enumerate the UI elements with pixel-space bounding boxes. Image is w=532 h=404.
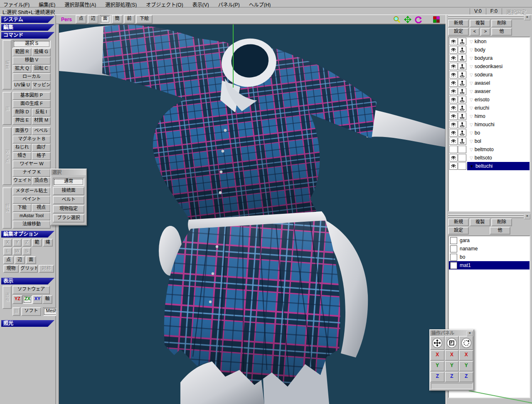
chevron-down-icon[interactable]: [470, 130, 473, 136]
material-row[interactable]: bo: [449, 253, 530, 261]
opt-z-toggle[interactable]: Z: [22, 239, 31, 247]
cmd-invert-button[interactable]: 反転 I: [32, 108, 51, 117]
object-name[interactable]: sodeorikaesi: [467, 62, 530, 71]
object-settings-button[interactable]: 設定: [448, 28, 469, 36]
front-display-button[interactable]: 前: [124, 15, 135, 24]
tab-edit-tools[interactable]: 編集: [2, 40, 12, 90]
visibility-toggle[interactable]: [449, 162, 458, 170]
simple-display-button[interactable]: 簡: [112, 15, 123, 24]
lock-toggle[interactable]: [458, 71, 466, 78]
chevron-down-icon[interactable]: [470, 155, 473, 161]
object-row[interactable]: himouchi: [449, 120, 530, 129]
cmd-magnet-button[interactable]: マグネット B: [12, 135, 51, 144]
object-name[interactable]: eriuchi: [467, 104, 530, 112]
visibility-toggle[interactable]: [449, 71, 458, 78]
cmd-mastar-button[interactable]: mAstar Tool: [12, 212, 51, 220]
visibility-toggle[interactable]: [449, 79, 458, 87]
material-delete-button[interactable]: 削除: [491, 218, 512, 226]
cmd-normalmove-button[interactable]: 法線移動: [12, 220, 51, 229]
move-x-button[interactable]: X: [430, 350, 445, 361]
lock-toggle[interactable]: [458, 88, 466, 95]
face-display-button[interactable]: 面: [100, 15, 111, 24]
menu-panel[interactable]: パネル(P): [218, 1, 240, 7]
display-axis-button[interactable]: 軸: [42, 295, 52, 304]
chevron-down-icon[interactable]: [470, 113, 473, 119]
opt-symmetry-toggle[interactable]: 対称: [39, 265, 54, 273]
rotate-tool-button[interactable]: [459, 336, 473, 350]
chevron-down-icon[interactable]: [470, 163, 474, 169]
opt-vertex-toggle[interactable]: 点: [3, 256, 14, 264]
menu-selection-attr[interactable]: 選択部属性(A): [64, 1, 96, 7]
material-settings-button[interactable]: 設定: [448, 227, 469, 235]
cmd-faceedge-button[interactable]: 面張り: [12, 127, 32, 135]
lock-toggle[interactable]: [458, 54, 466, 62]
cmd-wire-button[interactable]: ワイヤー W: [12, 160, 51, 169]
selection-lock[interactable]: 選択固定: [502, 8, 530, 15]
view-mode-label[interactable]: Pers: [61, 17, 72, 22]
opt-x-toggle[interactable]: X: [3, 239, 12, 247]
material-row[interactable]: gara: [449, 236, 530, 245]
object-next-button[interactable]: >: [480, 28, 490, 36]
chevron-down-icon[interactable]: [470, 105, 473, 111]
cmd-bend-button[interactable]: 曲げ: [32, 144, 51, 152]
lock-toggle[interactable]: [458, 38, 466, 45]
display-soft-button[interactable]: ソフト: [21, 307, 41, 316]
display-yz-button[interactable]: YZ: [12, 295, 22, 304]
object-row[interactable]: beltuchi: [449, 162, 530, 170]
menu-selection-proc[interactable]: 選択部処理(S): [105, 1, 137, 7]
material-row[interactable]: mat1: [449, 261, 530, 269]
object-row[interactable]: erisoto: [449, 95, 530, 104]
visibility-toggle[interactable]: [449, 88, 458, 95]
wire-lines-icon[interactable]: |||: [12, 307, 20, 316]
material-row[interactable]: naname: [449, 245, 530, 253]
chevron-down-icon[interactable]: [470, 97, 473, 103]
object-row[interactable]: kihon: [449, 37, 530, 46]
object-name[interactable]: bol: [467, 137, 530, 145]
object-name[interactable]: bo: [467, 129, 530, 137]
cmd-material-button[interactable]: 材質 M: [32, 117, 51, 125]
opt-range-toggle[interactable]: 範: [32, 239, 42, 247]
object-name[interactable]: beltuchi: [467, 162, 530, 170]
visibility-toggle[interactable]: [449, 63, 458, 70]
chevron-down-icon[interactable]: [470, 80, 473, 86]
select-normal-button[interactable]: 通常: [53, 178, 84, 186]
lock-toggle[interactable]: [458, 63, 466, 70]
chevron-down-icon[interactable]: [470, 88, 473, 94]
menu-help[interactable]: ヘルプ(H): [249, 1, 271, 7]
cmd-delete-button[interactable]: 削除 D: [12, 108, 32, 117]
visibility-toggle[interactable]: [449, 104, 458, 112]
object-row[interactable]: beltmoto: [449, 145, 530, 154]
lock-toggle[interactable]: [458, 104, 466, 112]
cmd-viewpoint-button[interactable]: 視点: [32, 204, 51, 212]
rotate-y-button[interactable]: Y: [459, 361, 473, 372]
cmd-lattice-button[interactable]: 格子: [32, 152, 51, 160]
lock-toggle[interactable]: [458, 162, 466, 170]
object-name[interactable]: awaser: [467, 87, 530, 95]
object-row[interactable]: sodeorikaesi: [449, 62, 530, 71]
material-other-button[interactable]: 他: [490, 227, 510, 235]
chevron-down-icon[interactable]: [470, 39, 473, 44]
tab-edge-vertex-tools[interactable]: 辺・点: [2, 127, 12, 185]
cmd-tilt-button[interactable]: 傾き: [12, 152, 32, 160]
rotate-x-button[interactable]: X: [459, 350, 473, 361]
panel-header-display[interactable]: 表示: [1, 278, 54, 284]
opt-current-toggle[interactable]: 現物: [3, 265, 19, 273]
vertex-display-button[interactable]: 点: [76, 15, 86, 24]
tab-special-tools[interactable]: 特殊: [2, 187, 12, 229]
menu-view[interactable]: 表示(V): [192, 1, 209, 7]
lock-toggle[interactable]: [458, 46, 466, 54]
cmd-vcolor-button[interactable]: 頂点色: [32, 177, 51, 185]
object-row[interactable]: awasel: [449, 79, 530, 87]
select-current-button[interactable]: 現物指定: [53, 205, 84, 213]
pan-icon[interactable]: [404, 16, 411, 23]
material-new-button[interactable]: 新規: [448, 218, 469, 226]
material-duplicate-button[interactable]: 複製: [470, 218, 490, 226]
cmd-rotate-button[interactable]: 回転 C: [32, 65, 51, 73]
visibility-toggle[interactable]: [449, 154, 458, 162]
lock-toggle[interactable]: [458, 146, 466, 153]
cmd-move-button[interactable]: 移動 V: [12, 56, 51, 65]
lock-toggle[interactable]: [458, 154, 466, 162]
object-row[interactable]: awaser: [449, 87, 530, 95]
opt-l-toggle[interactable]: L: [3, 247, 12, 255]
object-prev-button[interactable]: <: [470, 28, 480, 36]
